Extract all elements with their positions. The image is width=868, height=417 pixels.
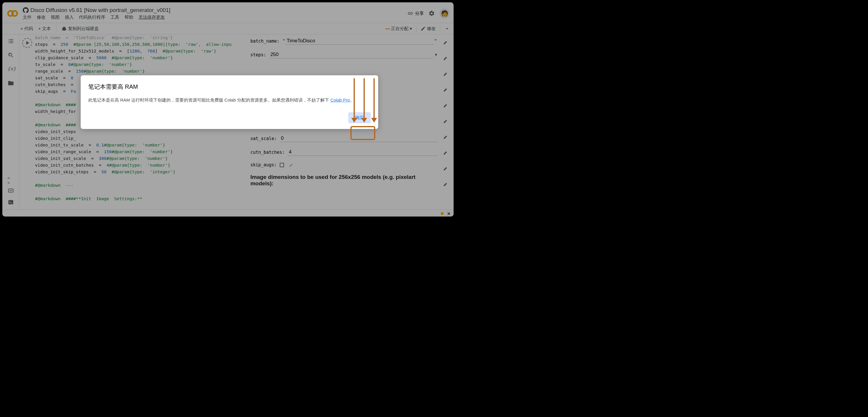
link-icon bbox=[407, 10, 413, 16]
allocating-label: 正在分配 bbox=[391, 26, 409, 32]
quote: " bbox=[434, 38, 437, 44]
dialog-body: 此笔记本是在高 RAM 运行时环境下创建的，需要的资源可能比免费版 Colab … bbox=[88, 97, 371, 104]
menu-file[interactable]: 文件 bbox=[23, 14, 32, 20]
menu-edit[interactable]: 修改 bbox=[37, 14, 45, 20]
code-line: tv_scale = 0#@param{type: 'number'} bbox=[35, 61, 245, 68]
pencil-icon bbox=[421, 26, 426, 31]
code-line: clip_guidance_scale = 5000 #@param{type:… bbox=[35, 55, 245, 61]
pencil-icon[interactable] bbox=[443, 118, 448, 124]
pencil-icon[interactable] bbox=[443, 103, 448, 108]
notebook-title[interactable]: Disco Diffusion v5.61 [Now with portrait… bbox=[30, 7, 170, 13]
svg-rect-4 bbox=[8, 200, 13, 205]
divider bbox=[416, 25, 416, 32]
code-line: width_height_for_512x512_models = [1280,… bbox=[35, 48, 245, 55]
menu-cannot-save[interactable]: 无法保存更改 bbox=[138, 14, 165, 20]
code-line: #@markdown ####**Init Image Settings:** bbox=[35, 196, 245, 202]
pencil-icon[interactable] bbox=[443, 71, 448, 76]
form-row-cutn-batches: cutn_batches: bbox=[250, 148, 437, 156]
run-cell-button[interactable] bbox=[22, 38, 32, 48]
code-line: video_init_sat_scale = 300#@param{type: … bbox=[35, 155, 245, 162]
ok-button[interactable]: 确定 bbox=[348, 112, 371, 123]
quote: " bbox=[282, 38, 285, 44]
pencil-icon[interactable] bbox=[443, 150, 448, 155]
github-icon bbox=[23, 7, 29, 13]
menu-tools[interactable]: 工具 bbox=[111, 14, 119, 20]
cutn-batches-input[interactable] bbox=[287, 148, 437, 156]
batch-name-input[interactable] bbox=[285, 37, 434, 45]
command-palette-icon[interactable] bbox=[8, 187, 14, 194]
status-dot-icon bbox=[441, 212, 444, 215]
pencil-icon[interactable] bbox=[443, 181, 448, 187]
colab-logo-icon bbox=[6, 7, 19, 20]
code-line bbox=[35, 175, 245, 182]
form-label: batch_name: bbox=[250, 38, 279, 44]
form-label: cutn_batches: bbox=[250, 150, 285, 155]
chevron-up-icon[interactable] bbox=[444, 26, 450, 32]
sidebar: {x} < > bbox=[2, 34, 19, 210]
form-row-batch-name: batch_name: " " bbox=[250, 37, 437, 45]
menu-runtime[interactable]: 代码执行程序 bbox=[79, 14, 105, 20]
code-snippet-icon[interactable]: < > bbox=[8, 176, 14, 182]
share-label: 分享 bbox=[415, 11, 424, 16]
skip-augs-checkbox[interactable] bbox=[280, 163, 284, 167]
form-row-sat-scale: sat_scale: bbox=[250, 135, 437, 142]
toc-icon[interactable] bbox=[8, 38, 14, 44]
section-heading: Image dimensions to be used for 256x256 … bbox=[250, 174, 437, 187]
copy-drive-label: 复制到云端硬盘 bbox=[68, 26, 99, 32]
pencil-icon[interactable] bbox=[443, 166, 448, 171]
pencil-icon[interactable] bbox=[443, 134, 448, 139]
copy-to-drive-button[interactable]: 复制到云端硬盘 bbox=[62, 26, 99, 32]
code-line bbox=[35, 189, 245, 196]
runtime-status[interactable]: ••• 正在分配 ▾ bbox=[385, 26, 412, 32]
header: Disco Diffusion v5.61 [Now with portrait… bbox=[2, 2, 454, 23]
menu-view[interactable]: 视图 bbox=[51, 14, 60, 20]
code-line: video_init_steps bbox=[35, 128, 245, 135]
loading-dots-icon: ••• bbox=[385, 26, 390, 31]
pencil-icon[interactable] bbox=[443, 40, 448, 45]
code-line: video_init_skip_steps = 50 #@param{type:… bbox=[35, 169, 245, 175]
pencil-icon[interactable] bbox=[443, 87, 448, 92]
form-row-skip-augs: skip_augs: bbox=[250, 162, 437, 168]
variables-icon[interactable]: {x} bbox=[8, 66, 14, 72]
svg-point-1 bbox=[12, 11, 17, 16]
add-text-button[interactable]: + 文本 bbox=[38, 26, 51, 32]
pencil-icon[interactable] bbox=[443, 56, 448, 61]
drive-icon bbox=[62, 26, 67, 31]
dialog-title: 笔记本需要高 RAM bbox=[88, 83, 371, 91]
folder-icon[interactable] bbox=[8, 80, 14, 86]
form-row-steps: steps: ▾ bbox=[250, 51, 437, 58]
edit-button[interactable]: 修改 bbox=[421, 26, 436, 32]
code-line: video_init_range_scale = 150#@param{type… bbox=[35, 148, 245, 155]
toolbar: + 代码 + 文本 复制到云端硬盘 ••• 正在分配 ▾ 修改 bbox=[2, 23, 454, 34]
search-icon[interactable] bbox=[8, 52, 14, 58]
steps-input[interactable] bbox=[269, 51, 433, 58]
dropdown-arrow-icon: ▾ bbox=[410, 26, 412, 31]
menu-help[interactable]: 帮助 bbox=[124, 14, 133, 20]
code-line: range_scale = 150#@param{type: 'number'} bbox=[35, 68, 245, 75]
menu-insert[interactable]: 插入 bbox=[65, 14, 74, 20]
close-icon[interactable]: ✕ bbox=[447, 211, 451, 216]
code-line: video_init_clip_ bbox=[35, 135, 245, 142]
pencil-icon[interactable] bbox=[289, 162, 294, 168]
terminal-icon[interactable] bbox=[8, 199, 14, 205]
code-line: batch_name = 'TimeToDisco' #@param{type:… bbox=[35, 34, 245, 41]
code-line: #@markdown --- bbox=[35, 182, 245, 189]
high-ram-dialog: 笔记本需要高 RAM 此笔记本是在高 RAM 运行时环境下创建的，需要的资源可能… bbox=[81, 75, 378, 129]
edit-label: 修改 bbox=[427, 26, 436, 32]
sat-scale-input[interactable] bbox=[280, 135, 437, 142]
avatar[interactable]: 🧑 bbox=[439, 8, 450, 19]
status-bar: ✕ bbox=[2, 210, 454, 216]
colab-pro-link[interactable]: Colab Pro bbox=[330, 98, 350, 102]
chevron-down-icon[interactable]: ▾ bbox=[435, 52, 437, 58]
add-code-button[interactable]: + 代码 bbox=[21, 26, 33, 32]
form-label: steps: bbox=[250, 52, 266, 58]
code-line: steps = 250 #@param [25,50,100,150,250,5… bbox=[35, 41, 245, 48]
gear-icon[interactable] bbox=[429, 10, 435, 16]
code-line: video_init_tv_scale = 0.1#@param{type: '… bbox=[35, 142, 245, 148]
divider bbox=[440, 25, 440, 32]
share-button[interactable]: 分享 bbox=[407, 10, 424, 16]
menu-bar: 文件 修改 视图 插入 代码执行程序 工具 帮助 无法保存更改 bbox=[23, 14, 407, 20]
form-label: skip_augs: bbox=[250, 162, 277, 168]
code-line: video_init_cutn_batches = 4#@param{type:… bbox=[35, 162, 245, 169]
form-label: sat_scale: bbox=[250, 136, 277, 141]
